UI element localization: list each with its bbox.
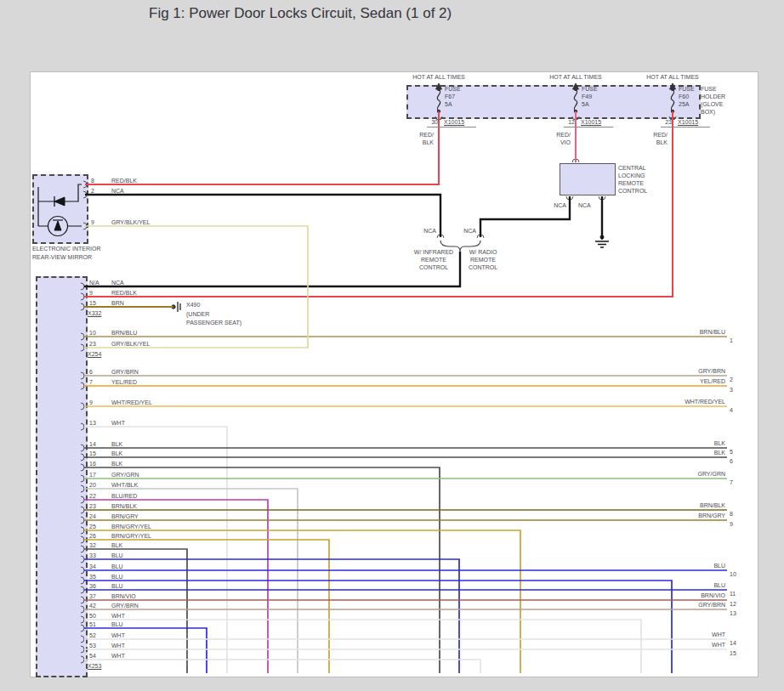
x490-sub-label: (UNDER: [186, 310, 209, 318]
block-pin-color-label: BLU: [111, 573, 123, 581]
diagram-page: [30, 71, 758, 677]
block-pin-color-label: WHT: [111, 612, 125, 620]
right-circuit-number: 6: [730, 457, 733, 465]
hot-at-all-times-label: HOT AT ALL TIMES: [401, 73, 477, 81]
block-pin-color-label: GRY/BRN: [111, 602, 139, 609]
x490-sub-label: PASSENGER SEAT): [186, 319, 241, 326]
connector-link[interactable]: X10015: [444, 118, 464, 127]
block-pin-color-label: BLK: [111, 541, 122, 549]
block-pin-color-label: BLU: [111, 582, 123, 590]
right-circuit-number: 10: [730, 570, 736, 578]
block-pin-number: 54: [89, 652, 96, 660]
fuse-pin-number: 30: [427, 118, 438, 127]
fuse-pin-number: 23: [661, 118, 672, 127]
fuse-holder-label: FUSE: [701, 85, 717, 93]
mirror-pin-number: 8: [91, 177, 94, 184]
connector-block: [36, 276, 88, 677]
right-circuit-number: 5: [730, 448, 733, 456]
block-pin-number: 33: [89, 552, 96, 559]
block-pin-number: 15: [89, 450, 96, 457]
block-pin-number: 52: [89, 632, 96, 639]
block-pin-color-label: NCA: [111, 279, 124, 286]
block-pin-color-label: WHT/RED/YEL: [111, 399, 152, 406]
block-pin-color-label: GRY/BRN: [111, 368, 139, 376]
fuse-wire-color-label: BLK: [635, 139, 668, 146]
fuse-wire-color-label: BLK: [401, 139, 434, 146]
figure-title-bar: Fig 1: Power Door Locks Circuit, Sedan (…: [0, 0, 784, 27]
fuse-wire-color-label: RED/: [401, 131, 434, 139]
block-pin-number: 9: [89, 289, 93, 297]
mirror-label: ELECTRONIC INTERIOR: [32, 245, 101, 252]
block-pin-number: 32: [89, 541, 96, 549]
right-circuit-number: 14: [730, 639, 736, 647]
hot-at-all-times-label: HOT AT ALL TIMES: [537, 73, 614, 81]
right-wire-color-label: WHT: [657, 631, 725, 638]
right-wire-color-label: BRN/GRY: [657, 512, 725, 519]
branch-label: CONTROL: [453, 263, 513, 271]
central-locking-label: REMOTE: [618, 179, 644, 187]
fuse-label: 25A: [679, 100, 689, 108]
right-circuit-number: 13: [730, 609, 736, 617]
block-pin-number: 23: [89, 340, 96, 348]
connector-link[interactable]: X254: [88, 350, 101, 358]
connector-link[interactable]: X10015: [581, 118, 601, 127]
block-pin-color-label: BLK: [111, 460, 122, 467]
right-wire-color-label: GRY/GRN: [657, 470, 725, 478]
right-circuit-number: 2: [730, 376, 733, 383]
block-pin-color-label: WHT: [111, 642, 125, 649]
figure-title: Fig 1: Power Door Locks Circuit, Sedan (…: [149, 5, 452, 22]
block-pin-color-label: BRN/GRY/YEL: [111, 532, 151, 540]
fuse-label: F67: [445, 93, 455, 100]
x490-label: X490: [186, 301, 200, 309]
block-pin-color-label: BRN/VIO: [111, 592, 136, 600]
block-pin-color-label: BRN/GRY: [111, 513, 139, 520]
block-pin-number: 23: [89, 502, 96, 510]
fuse-label: F49: [582, 93, 592, 100]
block-pin-number: 14: [89, 440, 96, 448]
block-pin-number: 16: [89, 460, 96, 467]
diagram-canvas: Fig 1: Power Door Locks Circuit, Sedan (…: [0, 0, 784, 691]
connector-link[interactable]: X332: [88, 309, 101, 317]
fuse-wire-color-label: RED/: [538, 131, 571, 139]
block-pin-color-label: BLK: [111, 450, 122, 457]
right-wire-color-label: WHT: [657, 641, 725, 649]
right-circuit-number: 9: [730, 520, 733, 528]
block-pin-number: 51: [89, 620, 96, 628]
block-pin-color-label: BRN/BLU: [111, 329, 137, 337]
nca-pin-label: NCA: [402, 227, 436, 235]
branch-label: REMOTE: [453, 256, 513, 263]
fuse-label: FUSE: [445, 85, 461, 93]
right-wire-color-label: BRN/VIO: [657, 592, 725, 599]
right-wire-color-label: BRN/BLU: [657, 328, 725, 336]
fuse-holder-label: (GLOVE: [701, 100, 723, 108]
fuse-wire-color-label: VIO: [538, 139, 571, 146]
right-circuit-number: 8: [730, 510, 733, 518]
block-pin-number: 25: [89, 523, 96, 530]
fuse-label: 5A: [445, 100, 452, 108]
connector-link[interactable]: X253: [88, 662, 101, 670]
block-pin-color-label: WHT/BLK: [111, 481, 138, 489]
block-pin-color-label: WHT: [111, 419, 125, 427]
right-circuit-number: 3: [730, 386, 733, 394]
block-pin-number: 15: [89, 299, 96, 307]
block-pin-number: 50: [89, 612, 96, 620]
block-pin-number: 22: [89, 492, 96, 500]
fuse-holder-label: BOX): [701, 108, 715, 116]
block-pin-color-label: BRN: [111, 299, 124, 307]
right-circuit-number: 12: [730, 600, 736, 608]
block-pin-number: 10: [89, 329, 96, 337]
block-pin-color-label: BRN/GRY/YEL: [111, 523, 151, 530]
right-wire-color-label: BLU: [657, 581, 725, 589]
fuse-connector-row: 23X10015: [661, 118, 710, 127]
branch-label: W/ RADIO: [453, 248, 513, 256]
right-wire-color-label: BLK: [657, 439, 725, 447]
fuse-label: FUSE: [582, 85, 598, 93]
fuse-wire-color-label: RED/: [635, 131, 668, 139]
fuse-label: FUSE: [679, 85, 695, 93]
mirror-pin-color-label: RED/BLK: [111, 177, 137, 184]
block-pin-color-label: BLU: [111, 552, 123, 559]
fuse-label: F60: [679, 93, 689, 100]
central-locking-label: CENTRAL: [618, 164, 646, 172]
connector-link[interactable]: X10015: [678, 118, 698, 127]
fuse-connector-row: 30X10015: [427, 118, 476, 127]
